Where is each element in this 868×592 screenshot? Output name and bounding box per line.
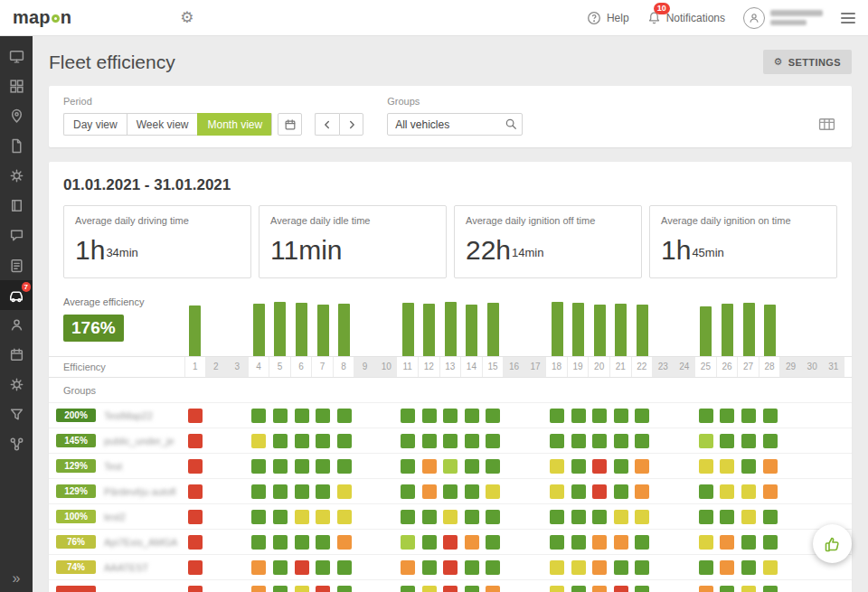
day-cell-25 <box>695 479 717 504</box>
day-cell-8 <box>334 555 355 580</box>
sidebar-item-drivers[interactable] <box>0 310 33 340</box>
day-cell-23 <box>653 504 675 530</box>
day-view-button[interactable]: Day view <box>63 113 127 136</box>
group-row[interactable]: 100%test2 <box>49 503 852 529</box>
help-button[interactable]: Help <box>587 11 629 25</box>
chevron-right-icon <box>346 119 357 130</box>
efficiency-badge: 100% <box>56 510 96 523</box>
day-cell-16 <box>504 428 525 454</box>
day-cell-24 <box>675 454 696 479</box>
day-cell-13 <box>440 580 462 592</box>
sidebar-item-tasks[interactable] <box>0 250 33 280</box>
stat-value-sup: 34min <box>106 246 137 259</box>
day-cell-13 <box>440 504 462 530</box>
sidebar-item-messages[interactable] <box>0 221 33 250</box>
sidebar-item-reports[interactable] <box>0 131 33 161</box>
day-cell-17 <box>525 530 547 555</box>
calendar-icon <box>284 118 297 131</box>
day-number-15: 15 <box>483 357 505 377</box>
document-icon <box>9 138 24 154</box>
table-view-button[interactable] <box>816 115 837 134</box>
day-cell-1 <box>184 504 206 530</box>
day-cell-28 <box>760 428 781 454</box>
next-period-button[interactable] <box>339 113 363 136</box>
group-row[interactable]: 74%AAATEST <box>49 554 852 579</box>
sidebar-item-calendar[interactable] <box>0 340 33 370</box>
top-header: mapn ⚙ Help 10 Notifications <box>0 0 868 36</box>
day-cell-27 <box>738 479 760 504</box>
day-cell-2 <box>206 428 228 454</box>
day-number-27: 27 <box>738 357 760 377</box>
day-cell-27 <box>738 504 760 530</box>
group-row[interactable]: 145%public_under_je <box>49 428 852 453</box>
menu-button[interactable] <box>841 13 855 23</box>
mapon-logo[interactable]: mapn <box>13 7 71 28</box>
month-view-button[interactable]: Month view <box>197 113 272 136</box>
person-icon <box>9 317 24 333</box>
day-cell-13 <box>440 428 462 454</box>
day-cell-26 <box>717 428 739 454</box>
day-number-4: 4 <box>249 357 270 377</box>
day-cell-12 <box>419 555 440 580</box>
prev-period-button[interactable] <box>315 113 339 136</box>
vehicles-search-input[interactable] <box>387 113 523 136</box>
day-cell-30 <box>802 428 824 454</box>
day-cell-9 <box>354 479 376 504</box>
day-cell-27 <box>738 555 760 580</box>
map-pin-icon <box>9 108 24 124</box>
day-number-5: 5 <box>269 357 291 377</box>
day-cell-8 <box>334 530 355 555</box>
chevron-left-icon <box>322 119 333 130</box>
day-number-1: 1 <box>184 357 206 377</box>
day-cell-26 <box>717 504 739 530</box>
settings-gear-icon <box>9 377 24 392</box>
day-cell-21 <box>610 555 632 580</box>
day-cell-18 <box>546 555 568 580</box>
group-row[interactable] <box>49 579 852 592</box>
sidebar-item-connections[interactable] <box>0 429 33 459</box>
sidebar-item-logbook[interactable] <box>0 191 33 221</box>
day-cell-16 <box>504 555 525 580</box>
feedback-button[interactable] <box>813 524 852 563</box>
day-cell-28 <box>760 403 781 428</box>
day-number-19: 19 <box>568 357 590 377</box>
thumbs-up-icon <box>823 534 843 554</box>
day-cell-23 <box>653 454 675 479</box>
day-axis: Efficiency 12345678910111213141516171819… <box>49 356 852 378</box>
sidebar-item-monitoring[interactable] <box>0 42 33 71</box>
sidebar-item-maintenance[interactable] <box>0 161 33 191</box>
group-row-left: 74%AAATEST <box>49 560 184 574</box>
day-cell-5 <box>269 454 291 479</box>
sidebar-item-fleet[interactable]: 7 <box>0 280 33 310</box>
day-cell-20 <box>589 504 610 530</box>
sidebar-expand-button[interactable]: » <box>13 570 21 587</box>
stat-value: 1h <box>661 235 691 265</box>
group-row[interactable]: 76%Api7Exis_AMGA <box>49 529 852 554</box>
bar-day-19 <box>568 293 590 356</box>
day-cell-3 <box>227 479 249 504</box>
group-row[interactable]: 129%Pārdevēju autofl <box>49 478 852 503</box>
day-cell-11 <box>397 479 419 504</box>
efficiency-badge: 74% <box>56 560 96 574</box>
day-cell-1 <box>184 454 206 479</box>
settings-button[interactable]: ⚙ SETTINGS <box>763 50 852 74</box>
week-view-button[interactable]: Week view <box>127 113 198 136</box>
user-menu[interactable] <box>743 7 823 29</box>
group-row[interactable]: 129%Test <box>49 453 852 478</box>
day-cell-16 <box>504 530 525 555</box>
sidebar-item-settings[interactable] <box>0 370 33 399</box>
sidebar-item-dashboard[interactable] <box>0 71 33 101</box>
day-cell-7 <box>312 504 334 530</box>
avatar <box>743 7 765 29</box>
day-cell-28 <box>760 580 781 592</box>
group-row[interactable]: 200%TestMap22 <box>49 402 852 428</box>
header-gear-icon[interactable]: ⚙ <box>180 8 193 27</box>
calendar-picker-button[interactable] <box>278 113 302 136</box>
stat-value-sup: 14min <box>512 246 543 259</box>
sidebar-item-tracking[interactable] <box>0 101 33 131</box>
notifications-button[interactable]: 10 Notifications <box>647 11 725 25</box>
day-cell-7 <box>312 580 334 592</box>
filter-bar: Period Day view Week view Month view <box>49 86 852 147</box>
sidebar-item-filter[interactable] <box>0 399 33 429</box>
bar-day-9 <box>354 293 376 356</box>
